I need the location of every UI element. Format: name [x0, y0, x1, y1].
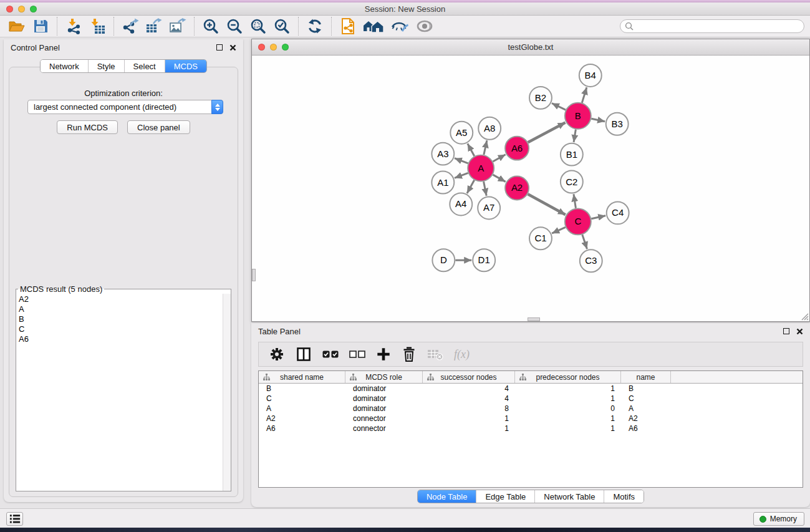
graph-node-D[interactable]: D: [432, 249, 455, 271]
save-session-icon[interactable]: [32, 17, 49, 36]
graph-edge-C-C3[interactable]: [582, 235, 587, 249]
graph-node-B3[interactable]: B3: [606, 113, 629, 135]
graph-edge-B-B4[interactable]: [582, 87, 587, 103]
graph-edge-A-A6[interactable]: [493, 155, 505, 162]
zoom-selected-icon[interactable]: [273, 17, 291, 36]
home-icon[interactable]: [363, 17, 384, 36]
show-columns-icon[interactable]: [296, 346, 312, 363]
tab-style[interactable]: Style: [89, 60, 125, 72]
graph-node-A8[interactable]: A8: [478, 117, 501, 140]
graph-edge-A-A4[interactable]: [467, 180, 475, 193]
close-panel-icon[interactable]: [229, 44, 236, 51]
result-scrollbar[interactable]: [223, 294, 231, 491]
network-close-button[interactable]: [258, 44, 265, 51]
deselect-all-icon[interactable]: [349, 346, 365, 363]
open-session-icon[interactable]: [8, 17, 26, 36]
tab-node-table[interactable]: Node Table: [418, 490, 477, 503]
resize-grip-icon[interactable]: [800, 312, 809, 321]
graph-node-C4[interactable]: C4: [607, 201, 629, 224]
graph-edge-A-A8[interactable]: [484, 140, 487, 155]
graph-node-C[interactable]: C: [565, 208, 591, 235]
refresh-view-icon[interactable]: [306, 17, 324, 36]
tab-motifs[interactable]: Motifs: [604, 490, 644, 503]
graph-edge-C-C4[interactable]: [591, 216, 605, 219]
float-panel-icon[interactable]: [216, 44, 223, 51]
graph-node-C2[interactable]: C2: [561, 171, 583, 193]
zoom-window-button[interactable]: [30, 6, 37, 12]
import-table-icon[interactable]: [89, 17, 106, 36]
mcds-result-item[interactable]: A6: [19, 334, 231, 344]
graph-node-A[interactable]: A: [468, 155, 494, 181]
column-header-shared-name[interactable]: shared name: [259, 371, 345, 383]
graph-edge-A-A7[interactable]: [484, 181, 487, 196]
graph-node-A4[interactable]: A4: [450, 193, 472, 215]
zoom-out-icon[interactable]: [226, 17, 243, 36]
table-row[interactable]: Adominator80A: [259, 404, 803, 414]
zoom-in-icon[interactable]: [202, 17, 219, 36]
tab-mcds[interactable]: MCDS: [165, 60, 206, 72]
manage-networks-icon[interactable]: [339, 17, 357, 36]
column-header-MCDS-role[interactable]: MCDS role: [345, 371, 423, 383]
table-row[interactable]: Cdominator41C: [259, 394, 803, 404]
graph-node-D1[interactable]: D1: [473, 249, 495, 271]
graph-edge-A-A3[interactable]: [455, 158, 468, 163]
search-input[interactable]: [620, 19, 804, 33]
graph-edge-B-B3[interactable]: [591, 118, 605, 122]
close-table-panel-icon[interactable]: [796, 328, 803, 335]
mcds-result-item[interactable]: A: [19, 304, 231, 314]
graph-edge-B-B1[interactable]: [574, 129, 576, 142]
create-column-plus-icon[interactable]: [376, 346, 391, 363]
network-canvas[interactable]: B4B2BB3A8A5A6A3B1AC2A1A2A4A7C4CC1C3DD1: [252, 56, 809, 321]
table-options-gear-icon[interactable]: [269, 346, 285, 363]
delete-columns-trash-icon[interactable]: [402, 346, 417, 363]
memory-button[interactable]: Memory: [753, 512, 804, 526]
table-row[interactable]: Bdominator41B: [259, 384, 803, 394]
graph-edge-B-B2[interactable]: [552, 104, 566, 110]
graph-edge-C-C1[interactable]: [552, 227, 566, 233]
tab-network-table[interactable]: Network Table: [535, 490, 604, 503]
tab-network[interactable]: Network: [41, 60, 89, 72]
tab-select[interactable]: Select: [125, 60, 165, 72]
select-all-icon[interactable]: [322, 346, 339, 363]
graph-node-A1[interactable]: A1: [432, 172, 454, 194]
graph-edge-A-A2[interactable]: [493, 175, 505, 181]
split-grip-bottom[interactable]: [528, 317, 540, 321]
graph-node-B4[interactable]: B4: [579, 64, 602, 87]
graph-node-B2[interactable]: B2: [529, 87, 552, 109]
table-row[interactable]: A2connector11A2: [259, 414, 803, 423]
graph-edge-C-C2[interactable]: [574, 194, 576, 208]
graph-node-C1[interactable]: C1: [529, 227, 552, 249]
graph-node-A2[interactable]: A2: [505, 177, 529, 200]
zoom-fit-icon[interactable]: [249, 17, 267, 36]
criterion-dropdown[interactable]: largest connected component (directed): [27, 100, 223, 114]
column-header-predecessor-nodes[interactable]: predecessor nodes: [515, 371, 621, 383]
graph-node-A3[interactable]: A3: [432, 143, 454, 165]
graph-edge-A6-B[interactable]: [528, 123, 566, 143]
network-graph[interactable]: B4B2BB3A8A5A6A3B1AC2A1A2A4A7C4CC1C3DD1: [252, 56, 809, 321]
show-task-history-button[interactable]: [6, 512, 23, 526]
mcds-result-item[interactable]: B: [19, 314, 231, 324]
export-network-icon[interactable]: [122, 17, 139, 36]
network-minimize-button[interactable]: [270, 44, 277, 51]
column-header-name[interactable]: name: [621, 371, 671, 383]
graph-edge-A-A5[interactable]: [468, 143, 475, 156]
export-image-icon[interactable]: [169, 17, 186, 36]
export-table-icon[interactable]: [145, 17, 163, 36]
column-header-successor-nodes[interactable]: successor nodes: [423, 371, 515, 383]
graph-node-A6[interactable]: A6: [505, 137, 529, 160]
graph-edge-A2-C[interactable]: [528, 194, 566, 215]
float-table-panel-icon[interactable]: [783, 328, 789, 334]
table-row[interactable]: A6connector11A6: [259, 423, 803, 433]
close-window-button[interactable]: [6, 6, 13, 12]
mcds-result-item[interactable]: C: [19, 324, 231, 334]
graph-edge-A-A1[interactable]: [455, 173, 468, 178]
network-zoom-button[interactable]: [282, 44, 289, 51]
birds-eye-view-icon[interactable]: [415, 17, 434, 36]
split-grip-left[interactable]: [252, 269, 256, 281]
minimize-window-button[interactable]: [18, 6, 25, 12]
graph-node-A7[interactable]: A7: [478, 196, 500, 219]
graph-node-A5[interactable]: A5: [450, 122, 473, 144]
run-mcds-button[interactable]: Run MCDS: [57, 120, 118, 134]
toggle-graphics-details-icon[interactable]: [390, 17, 409, 36]
import-network-icon[interactable]: [65, 17, 82, 36]
